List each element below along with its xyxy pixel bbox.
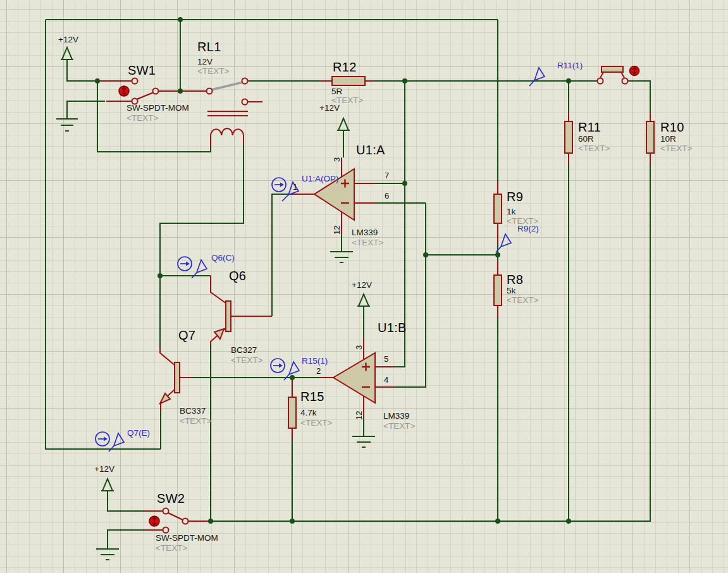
u1a-part: LM339 bbox=[352, 228, 378, 238]
push-button-cap[interactable] bbox=[602, 66, 623, 72]
r11-value: 60R bbox=[578, 135, 594, 144]
switch-sw2-contact-top bbox=[163, 508, 169, 514]
opamp-u1b-body[interactable] bbox=[333, 353, 375, 403]
probe-arrow-icon bbox=[282, 195, 288, 201]
relay-rl1[interactable] bbox=[207, 78, 263, 148]
wire-gnd-to-sw1 bbox=[67, 101, 105, 118]
sw2-type: SW-SPDT-MOM bbox=[156, 534, 218, 543]
wire-minus-vertical bbox=[395, 203, 426, 387]
q6-ref: Q6 bbox=[229, 269, 246, 283]
probe-label-u1a-op: U1:A(OP) bbox=[302, 175, 339, 184]
transistor-q7[interactable] bbox=[160, 347, 192, 412]
u1a-pin-vcc: 3 bbox=[333, 157, 342, 162]
u1a-ref: U1:A bbox=[356, 143, 385, 157]
push-button-contact-left bbox=[598, 78, 603, 84]
switch-sw2-actuator-marker[interactable] bbox=[149, 516, 159, 526]
resistor-r11[interactable] bbox=[565, 112, 572, 164]
relay-rl1-no-contact bbox=[242, 78, 248, 84]
sw2-ref: SW2 bbox=[157, 491, 185, 505]
switch-sw1-pole bbox=[153, 89, 159, 94]
u1b-text-placeholder: <TEXT> bbox=[383, 422, 415, 431]
push-button-actuator-marker[interactable] bbox=[630, 66, 639, 76]
switch-sw2-lever[interactable] bbox=[168, 513, 183, 520]
wire-button-to-r10 bbox=[627, 81, 650, 113]
resistor-r8[interactable] bbox=[494, 260, 502, 317]
switch-sw2[interactable] bbox=[145, 508, 209, 533]
rl1-ref: RL1 bbox=[197, 40, 221, 54]
probe-label-r11-1: R11(1) bbox=[557, 61, 583, 71]
rl1-text-placeholder: <TEXT> bbox=[197, 67, 229, 77]
switch-sw1-actuator-marker[interactable] bbox=[119, 86, 129, 96]
q6-text-placeholder: <TEXT> bbox=[231, 356, 262, 366]
sw1-ref: SW1 bbox=[128, 63, 156, 77]
schematic-canvas: +12V SW1 SW-SPDT-MOM <TEXT> RL1 12V <TEX… bbox=[0, 0, 728, 573]
relay-rl1-coil bbox=[211, 128, 244, 135]
ground-icon-u1b bbox=[352, 436, 375, 447]
q7-text-placeholder: <TEXT> bbox=[180, 417, 211, 426]
wire-u1a-out-to-q6base bbox=[272, 194, 292, 316]
probe-r11-1[interactable] bbox=[529, 68, 545, 86]
u1b-ref: U1:B bbox=[378, 321, 407, 335]
probe-r15-1[interactable] bbox=[271, 359, 299, 380]
power-flag-icon-sw2 bbox=[101, 479, 114, 491]
relay-rl1-nc-contact bbox=[242, 99, 248, 105]
switch-sw2-pole bbox=[183, 519, 188, 524]
u1b-pin-plus: 5 bbox=[384, 355, 388, 364]
resistor-r9[interactable] bbox=[494, 182, 502, 244]
r11-ref: R11 bbox=[578, 120, 601, 134]
ground-icon-sw1 bbox=[56, 119, 78, 131]
resistor-r10[interactable] bbox=[646, 112, 654, 164]
probe-label-q6-c: Q6(C) bbox=[211, 254, 235, 263]
transistor-q6[interactable] bbox=[211, 276, 272, 345]
u1b-part: LM339 bbox=[383, 412, 409, 421]
u1a-pin-minus: 6 bbox=[385, 192, 389, 200]
probe-label-r15-1: R15(1) bbox=[302, 357, 328, 366]
wire-vcc-to-sw1 bbox=[67, 59, 99, 81]
resistor-r12-body[interactable] bbox=[332, 77, 365, 85]
resistor-r15[interactable] bbox=[288, 378, 296, 440]
u1b-pin-vcc: 3 bbox=[355, 345, 364, 350]
resistor-r8-body[interactable] bbox=[494, 275, 502, 305]
wire-vcc-to-sw2 bbox=[108, 491, 145, 511]
opamp-u1a[interactable] bbox=[292, 157, 375, 235]
r10-value: 10R bbox=[660, 135, 676, 144]
r12-ref: R12 bbox=[333, 60, 357, 74]
r8-value: 5k bbox=[507, 286, 515, 296]
switch-sw1-lever[interactable] bbox=[137, 92, 154, 99]
relay-rl1-core bbox=[207, 111, 248, 116]
push-button-contact-right bbox=[622, 78, 628, 84]
resistor-r9-body[interactable] bbox=[494, 194, 502, 223]
power-flag-icon-top-left bbox=[61, 47, 73, 59]
wire-left-border bbox=[46, 20, 161, 449]
probe-q6-c[interactable] bbox=[178, 257, 207, 278]
r9-value: 1k bbox=[507, 207, 515, 217]
r11-text-placeholder: <TEXT> bbox=[578, 144, 610, 154]
resistor-r15-body[interactable] bbox=[288, 397, 296, 428]
u1a-text-placeholder: <TEXT> bbox=[352, 238, 383, 248]
r15-text-placeholder: <TEXT> bbox=[300, 419, 332, 428]
resistor-r12[interactable] bbox=[319, 77, 374, 85]
switch-sw1-contact-top bbox=[132, 78, 138, 84]
probe-label-q7-e: Q7(E) bbox=[127, 429, 150, 438]
power-label-sw2: +12V bbox=[94, 465, 114, 474]
sw1-text-placeholder: <TEXT> bbox=[126, 114, 158, 123]
resistor-r11-body[interactable] bbox=[565, 121, 572, 153]
u1a-pin-gnd: 12 bbox=[333, 226, 342, 235]
transistor-q7-bar[interactable] bbox=[175, 362, 180, 393]
r10-text-placeholder: <TEXT> bbox=[660, 144, 692, 154]
switch-sw1[interactable] bbox=[99, 78, 207, 104]
switch-sw2-contact-bottom bbox=[163, 527, 169, 533]
u1b-pin-out: 2 bbox=[316, 367, 321, 376]
r10-ref: R10 bbox=[660, 120, 684, 134]
r9-text-placeholder: <TEXT> bbox=[507, 217, 538, 226]
wire-gnd-to-sw2 bbox=[108, 530, 145, 549]
relay-rl1-common-contact bbox=[207, 89, 213, 94]
resistor-r10-body[interactable] bbox=[646, 121, 654, 153]
r8-ref: R8 bbox=[507, 273, 523, 286]
wire-bottom-rail bbox=[209, 163, 650, 521]
r15-value: 4.7k bbox=[300, 409, 317, 418]
transistor-q6-bar[interactable] bbox=[226, 301, 231, 331]
u1a-pin-plus: 7 bbox=[385, 171, 389, 180]
power-label-u1b: +12V bbox=[352, 281, 372, 290]
u1b-pin-gnd: 12 bbox=[355, 411, 364, 420]
